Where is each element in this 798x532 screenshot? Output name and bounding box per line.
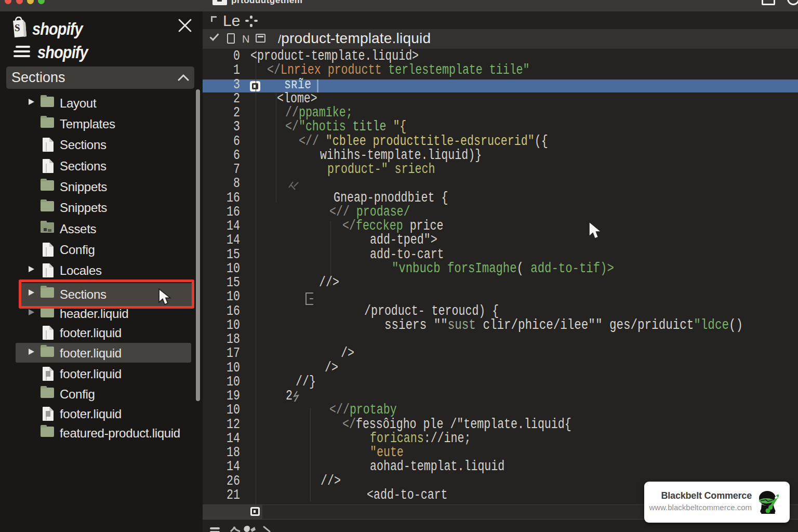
svg-text:S: S: [15, 22, 20, 33]
